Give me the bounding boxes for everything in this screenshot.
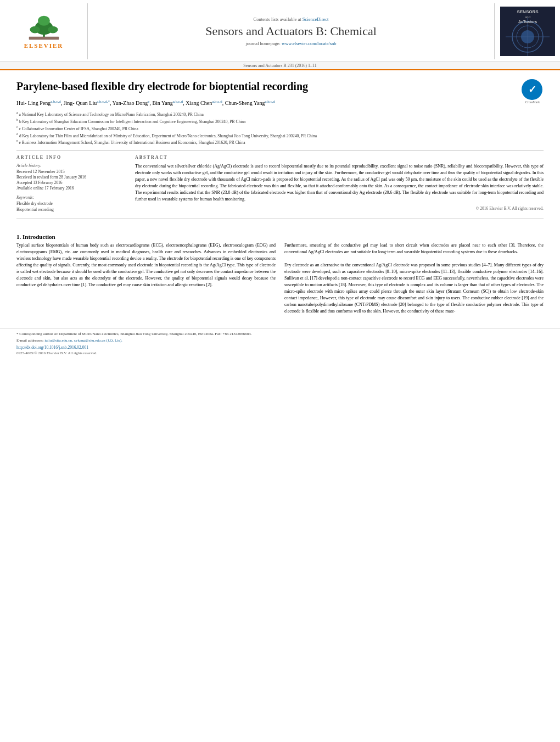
article-title: Parylene-based flexible dry electrode fo…	[16, 79, 544, 93]
intro-col-right-text: Furthermore, smearing of the conductive …	[284, 242, 544, 315]
body-col-left: Typical surface biopotentials of human b…	[16, 242, 276, 318]
sensors-logo-svg: SENSORS and AcTuators	[500, 7, 555, 56]
affil-d: d d Key Laboratory for Thin Film and Mic…	[16, 132, 544, 139]
footer-copyright: 0925-4005/© 2016 Elsevier B.V. All right…	[16, 351, 544, 355]
sensors-logo-area: SENSORS and AcTuators	[494, 3, 560, 59]
svg-point-4	[38, 16, 50, 26]
affiliations: a a National Key Laboratory of Science a…	[16, 110, 544, 146]
title-area: ✓ CrossMark Parylene-based flexible dry …	[16, 79, 544, 93]
divider-2	[16, 219, 544, 219]
crossmark-icon: ✓	[522, 79, 542, 100]
doi-link[interactable]: http://dx.doi.org/10.1016/j.snb.2016.02.…	[16, 345, 544, 350]
sciencedirect-link[interactable]: ScienceDirect	[303, 16, 329, 22]
email-link[interactable]: jqliu@sjtu.edu.cn, xykang@sjtu.edu.cn (J…	[44, 338, 122, 343]
svg-text:and: and	[524, 15, 530, 19]
article-content: ✓ CrossMark Parylene-based flexible dry …	[0, 70, 560, 229]
elsevier-logo-area: ELSEVIER	[0, 3, 88, 59]
received-date: Received 12 November 2015	[16, 169, 126, 174]
divider-1	[16, 150, 544, 150]
affil-a: a a National Key Laboratory of Science a…	[16, 110, 544, 118]
section-1-title: 1. Introduction	[16, 233, 544, 240]
affil-e: e e Business Information Management Scho…	[16, 138, 544, 146]
article-history: Article history: Received 12 November 20…	[16, 163, 126, 191]
sensors-actuators-logo: SENSORS and AcTuators	[500, 7, 555, 56]
journal-title: Sensors and Actuators B: Chemical	[205, 24, 377, 38]
journal-homepage-line: journal homepage: www.elsevier.com/locat…	[245, 41, 336, 46]
email-label: E-mail addresses:	[16, 338, 44, 343]
svg-rect-5	[29, 37, 59, 40]
contents-available-line: Contents lists available at ScienceDirec…	[254, 16, 329, 22]
abstract-header: ABSTRACT	[135, 155, 544, 160]
history-label: Article history:	[16, 163, 126, 168]
svg-point-2	[30, 26, 40, 34]
keywords-section: Keywords: Flexible dry electrode Biopote…	[16, 195, 126, 212]
keywords-label: Keywords:	[16, 195, 126, 200]
journal-info-bar: Sensors and Actuators B 231 (2016) 1–11	[0, 62, 560, 70]
article-info-abstract-row: ARTICLE INFO Article history: Received 1…	[16, 155, 544, 213]
article-info-col: ARTICLE INFO Article history: Received 1…	[16, 155, 126, 213]
elsevier-logo: ELSEVIER	[22, 14, 66, 49]
journal-header-center: Contents lists available at ScienceDirec…	[88, 3, 494, 59]
email-footnote: E-mail addresses: jqliu@sjtu.edu.cn, xyk…	[16, 338, 544, 344]
keyword-2: Biopotential recording	[16, 207, 126, 212]
crossmark-label: CrossMark	[522, 101, 544, 104]
journal-ref: Sensors and Actuators B 231 (2016) 1–11	[243, 63, 316, 68]
article-info-header: ARTICLE INFO	[16, 155, 126, 160]
abstract-copyright: © 2016 Elsevier B.V. All rights reserved…	[135, 206, 544, 211]
footer-area: * Corresponding author at: Department of…	[0, 328, 560, 359]
body-col-right: Furthermore, smearing of the conductive …	[284, 242, 544, 318]
body-content: 1. Introduction Typical surface biopoten…	[0, 229, 560, 322]
crossmark-badge: ✓ CrossMark	[522, 79, 544, 101]
page-header: ELSEVIER Contents lists available at Sci…	[0, 0, 560, 62]
corresponding-footnote: * Corresponding author at: Department of…	[16, 332, 544, 337]
abstract-col: ABSTRACT The conventional wet silver/sil…	[135, 155, 544, 213]
accepted-date: Accepted 13 February 2016	[16, 180, 126, 185]
affil-c: c c Collaborative Innovation Center of I…	[16, 125, 544, 132]
svg-text:AcTuators: AcTuators	[518, 20, 536, 24]
elsevier-wordmark: ELSEVIER	[24, 42, 64, 49]
body-two-col: Typical surface biopotentials of human b…	[16, 242, 544, 318]
elsevier-tree-svg	[22, 14, 66, 41]
intro-col-left-text: Typical surface biopotentials of human b…	[16, 242, 276, 288]
svg-text:SENSORS: SENSORS	[517, 9, 539, 14]
available-date: Available online 17 February 2016	[16, 186, 126, 191]
revised-date: Received in revised form 28 January 2016	[16, 175, 126, 180]
svg-point-3	[48, 26, 58, 34]
affil-b: b b Key Laboratory of Shanghai Education…	[16, 118, 544, 125]
keyword-1: Flexible dry electrode	[16, 201, 126, 206]
authors-line: Hui- Ling Penga,b,c,d, Jing- Quan Liua,b…	[16, 99, 544, 107]
journal-homepage-link[interactable]: www.elsevier.com/locate/snb	[282, 41, 337, 46]
abstract-text: The conventional wet silver/silver chlor…	[135, 163, 544, 203]
